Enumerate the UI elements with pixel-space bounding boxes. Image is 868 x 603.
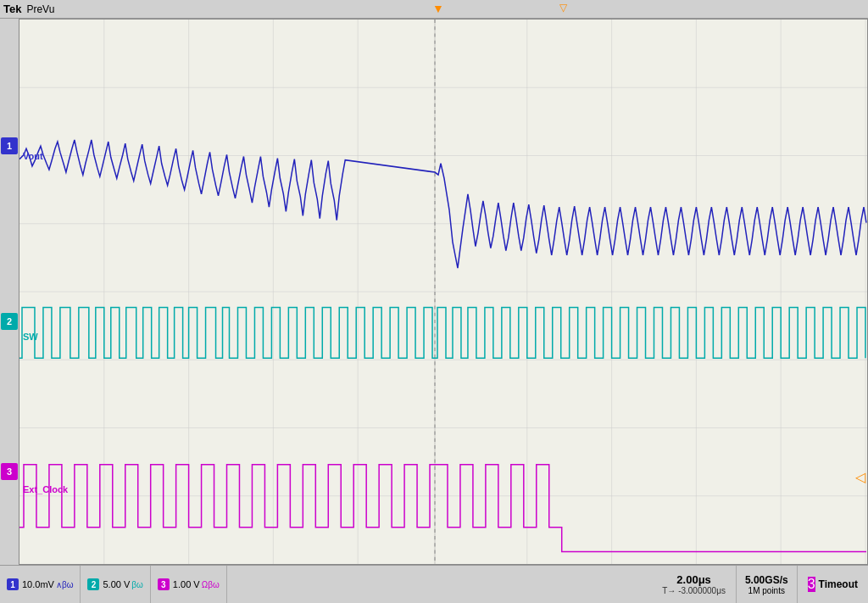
ch2-coupling: βω bbox=[131, 580, 143, 589]
trigger-top-indicator: ▼ bbox=[432, 2, 444, 15]
oscilloscope-display: Tek PreVu ▼ ▽ 1 2 3 bbox=[0, 0, 868, 603]
ch2-label: SW bbox=[23, 332, 38, 342]
grid-svg bbox=[19, 20, 867, 564]
ch1-coupling: ∧βω bbox=[56, 580, 74, 589]
ch2-box[interactable]: 2 bbox=[1, 313, 18, 330]
ch3-number: 3 bbox=[158, 578, 170, 590]
ch2-scale-value: 5.00 V bbox=[103, 579, 130, 589]
ch2-number: 2 bbox=[87, 578, 99, 590]
ch3-scale-value: 1.00 V bbox=[173, 579, 200, 589]
status-bar: 1 10.0mV ∧βω 2 5.00 V βω 3 1.00 V Ωβω 2.… bbox=[0, 565, 868, 603]
ch2-status[interactable]: 2 5.00 V βω bbox=[81, 566, 150, 603]
acq-points: 1M points bbox=[748, 586, 785, 595]
brand-logo: Tek bbox=[3, 3, 21, 15]
acq-rate: 5.00GS/s bbox=[745, 574, 788, 586]
ch3-label: Ext_Clock bbox=[23, 484, 68, 494]
timebase-arrow: T→ bbox=[662, 586, 676, 595]
ch3-status[interactable]: 3 1.00 V Ωβω bbox=[151, 566, 227, 603]
left-sidebar: 1 2 3 bbox=[0, 19, 19, 565]
timebase-main: 2.00μs bbox=[676, 573, 711, 586]
top-bar: Tek PreVu ▼ ▽ bbox=[0, 0, 868, 19]
acquisition-section: 5.00GS/s 1M points bbox=[737, 566, 798, 603]
ch3-box[interactable]: 3 bbox=[1, 463, 18, 480]
timeout-ch-number: 3 bbox=[808, 577, 815, 592]
timebase-section[interactable]: 2.00μs T→ -3.000000μs bbox=[652, 566, 737, 603]
timebase-offset-value: -3.000000μs bbox=[678, 586, 726, 595]
timeout-label: Timeout bbox=[819, 578, 858, 590]
ch1-label: Vout bbox=[23, 151, 43, 161]
trigger-flag: ▽ bbox=[559, 2, 567, 14]
ch1-status[interactable]: 1 10.0mV ∧βω bbox=[0, 566, 81, 603]
main-display: Vout SW Ext_Clock ◁ bbox=[19, 19, 868, 565]
ch1-scale-value: 10.0mV bbox=[22, 579, 54, 589]
ch3-coupling: Ωβω bbox=[202, 580, 220, 589]
ch1-box[interactable]: 1 bbox=[1, 137, 18, 154]
trigger-right-marker: ◁ bbox=[855, 469, 865, 485]
timebase-offset: T→ -3.000000μs bbox=[662, 586, 726, 595]
ch1-number: 1 bbox=[7, 578, 19, 590]
svg-rect-0 bbox=[19, 20, 867, 564]
timeout-section[interactable]: 3 Timeout bbox=[798, 566, 868, 603]
mode-label: PreVu bbox=[26, 3, 54, 15]
